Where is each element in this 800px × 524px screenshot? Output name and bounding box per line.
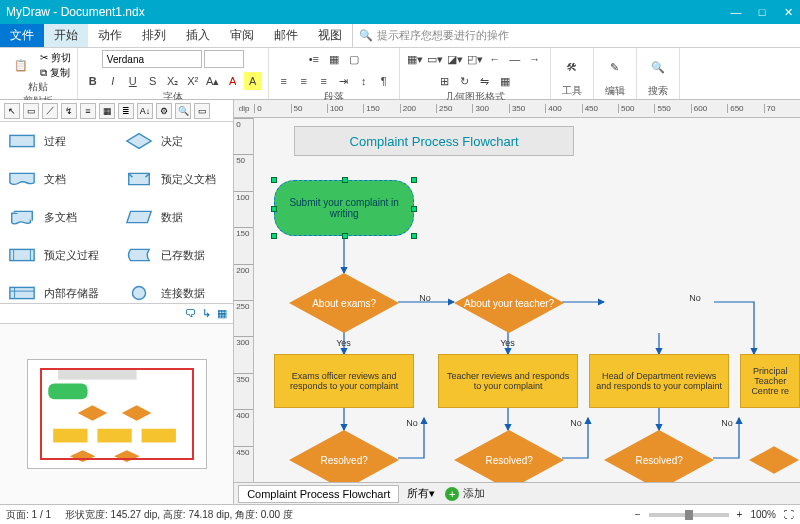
cut-button[interactable]: ✂ 剪切: [40, 51, 71, 65]
node-principal-review[interactable]: Principal Teacher Centre re: [740, 354, 800, 408]
shape-predef-proc[interactable]: 预定义过程: [0, 236, 117, 274]
shape-decision[interactable]: 决定: [117, 122, 234, 160]
flowchart-title[interactable]: Complaint Process Flowchart: [294, 126, 574, 156]
shape-internal[interactable]: 内部存储器: [0, 274, 117, 304]
paste-button[interactable]: 📋: [6, 50, 36, 80]
label-yes-1: Yes: [336, 338, 351, 348]
font-size-select[interactable]: [204, 50, 244, 68]
highlight-button[interactable]: A: [244, 72, 262, 90]
superscript-button[interactable]: X²: [184, 72, 202, 90]
shape-predef-doc[interactable]: 预定义文档: [117, 160, 234, 198]
lt-filter[interactable]: ⚙: [156, 103, 172, 119]
minimize-button[interactable]: —: [730, 6, 742, 19]
lt-find[interactable]: 🔍: [175, 103, 191, 119]
zoom-out-button[interactable]: −: [635, 509, 641, 520]
node-resolved-1[interactable]: Resolved?: [289, 430, 399, 482]
menu-insert[interactable]: 插入: [176, 24, 220, 47]
zoom-fit-button[interactable]: ⛶: [784, 509, 794, 520]
snap-button[interactable]: ⊞: [436, 72, 454, 90]
menu-arrange[interactable]: 排列: [132, 24, 176, 47]
node-resolved-3[interactable]: Resolved?: [604, 430, 714, 482]
para-mark-button[interactable]: ¶: [375, 72, 393, 90]
find-button[interactable]: 🔍: [643, 52, 673, 82]
arrow-line-button[interactable]: —: [506, 50, 524, 68]
node-resolved-4[interactable]: [749, 430, 799, 482]
zoom-in-button[interactable]: +: [737, 509, 743, 520]
palette-icon-3[interactable]: ▦: [217, 307, 227, 320]
lt-line[interactable]: ／: [42, 103, 58, 119]
node-resolved-2[interactable]: Resolved?: [454, 430, 564, 482]
lt-pointer[interactable]: ↖: [4, 103, 20, 119]
menu-review[interactable]: 审阅: [220, 24, 264, 47]
shape-stored-data[interactable]: 已存数据: [117, 236, 234, 274]
menu-start[interactable]: 开始: [44, 24, 88, 47]
lt-rect[interactable]: ▭: [23, 103, 39, 119]
palette-icon-2[interactable]: ↳: [202, 307, 211, 320]
shape-fill-button[interactable]: ▦▾: [406, 50, 424, 68]
svg-point-9: [132, 286, 145, 299]
lt-layers[interactable]: ≣: [118, 103, 134, 119]
underline-button[interactable]: U: [124, 72, 142, 90]
corner-button[interactable]: ◰▾: [466, 50, 484, 68]
bold-button[interactable]: B: [84, 72, 102, 90]
lt-grid[interactable]: ▦: [99, 103, 115, 119]
fill-button[interactable]: ▦: [325, 50, 343, 68]
ruler-vertical: 050 100150 200250 300350 400450: [234, 118, 254, 482]
lt-more[interactable]: ▭: [194, 103, 210, 119]
node-hod-review[interactable]: Head of Department reviews and responds …: [589, 354, 729, 408]
linespace-button[interactable]: ↕: [355, 72, 373, 90]
menu-mail[interactable]: 邮件: [264, 24, 308, 47]
shape-data[interactable]: 数据: [117, 198, 234, 236]
border-button[interactable]: ▢: [345, 50, 363, 68]
italic-button[interactable]: I: [104, 72, 122, 90]
add-sheet-button[interactable]: + 添加: [445, 486, 485, 501]
flip-button[interactable]: ⇋: [476, 72, 494, 90]
node-submit[interactable]: Submit your complaint in writing: [274, 180, 414, 236]
edit-button[interactable]: ✎: [600, 52, 630, 82]
zoom-slider[interactable]: [649, 513, 729, 517]
group-button[interactable]: ▦: [496, 72, 514, 90]
menu-action[interactable]: 动作: [88, 24, 132, 47]
copy-button[interactable]: ⧉ 复制: [40, 66, 71, 80]
shape-connector[interactable]: 连接数据: [117, 274, 234, 304]
indent-button[interactable]: ⇥: [335, 72, 353, 90]
node-about-teacher[interactable]: About your teacher?: [454, 273, 564, 333]
tools-button[interactable]: 🛠: [557, 52, 587, 82]
help-search[interactable]: 🔍 提示程序您想要进行的操作: [352, 24, 800, 47]
arrow-end-button[interactable]: →: [526, 50, 544, 68]
rotate-button[interactable]: ↻: [456, 72, 474, 90]
shadow-button[interactable]: ◪▾: [446, 50, 464, 68]
font-grow-button[interactable]: A▴: [204, 72, 222, 90]
shape-line-button[interactable]: ▭▾: [426, 50, 444, 68]
palette-icon-1[interactable]: 🗨: [185, 307, 196, 319]
font-name-select[interactable]: Verdana: [102, 50, 202, 68]
left-panel: ↖ ▭ ／ ↯ ≡ ▦ ≣ A↓ ⚙ 🔍 ▭ 过程 决定 文档 预定义文档 多文…: [0, 100, 234, 504]
close-button[interactable]: ✕: [782, 6, 794, 19]
node-teacher-review[interactable]: Teacher reviews and responds to your com…: [438, 354, 578, 408]
node-exams-review[interactable]: Exams officer reviews and responds to yo…: [274, 354, 414, 408]
lt-conn[interactable]: ↯: [61, 103, 77, 119]
shape-process[interactable]: 过程: [0, 122, 117, 160]
left-toolbar: ↖ ▭ ／ ↯ ≡ ▦ ≣ A↓ ⚙ 🔍 ▭: [0, 100, 233, 122]
strike-button[interactable]: S: [144, 72, 162, 90]
page-thumbnail[interactable]: [0, 324, 233, 505]
node-about-exams[interactable]: About exams?: [289, 273, 399, 333]
shape-document[interactable]: 文档: [0, 160, 117, 198]
subscript-button[interactable]: X₂: [164, 72, 182, 90]
arrow-start-button[interactable]: ←: [486, 50, 504, 68]
lt-list[interactable]: ≡: [80, 103, 96, 119]
fontcolor-button[interactable]: A: [224, 72, 242, 90]
shape-multidoc[interactable]: 多文档: [0, 198, 117, 236]
canvas[interactable]: Complaint Process Flowchart Submit your …: [254, 118, 800, 482]
align-right-button[interactable]: ≡: [315, 72, 333, 90]
menu-view[interactable]: 视图: [308, 24, 352, 47]
align-left-button[interactable]: ≡: [275, 72, 293, 90]
maximize-button[interactable]: □: [756, 6, 768, 19]
sheet-all[interactable]: 所有: [407, 486, 429, 501]
sheet-tab-1[interactable]: Complaint Process Flowchart: [238, 485, 399, 503]
search-icon: 🔍: [359, 29, 373, 42]
bullets-button[interactable]: •≡: [305, 50, 323, 68]
align-center-button[interactable]: ≡: [295, 72, 313, 90]
lt-az[interactable]: A↓: [137, 103, 153, 119]
menu-file[interactable]: 文件: [0, 24, 44, 47]
